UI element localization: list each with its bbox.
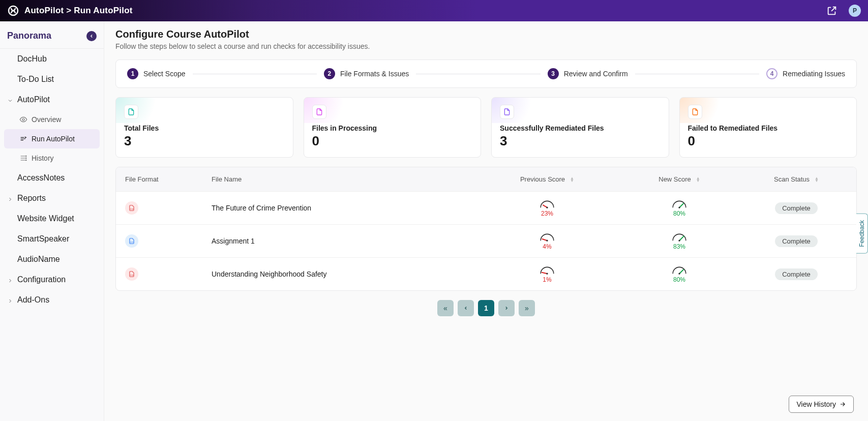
sidebar-item-addons[interactable]: Add-Ons [0, 290, 104, 310]
step-connector [635, 74, 759, 74]
file-icon [312, 105, 326, 119]
step-connector [416, 74, 540, 74]
col-new-score[interactable]: New Score▲▼ [613, 175, 745, 183]
gauge-new: 83% [671, 232, 687, 250]
status-badge: Complete [775, 235, 818, 247]
sidebar-item-website-widget[interactable]: Website Widget [0, 208, 104, 229]
page-next-button[interactable] [498, 300, 515, 316]
sidebar-item-label: AutoPilot [17, 95, 50, 104]
sidebar-item-label: History [32, 154, 54, 162]
history-icon [19, 154, 27, 162]
step-number: 2 [324, 68, 335, 79]
col-previous-score[interactable]: Previous Score▲▼ [481, 175, 613, 183]
svg-point-12 [546, 273, 548, 275]
sidebar-item-overview[interactable]: Overview [0, 110, 104, 129]
chevron-right-icon [7, 297, 13, 303]
feedback-tab[interactable]: Feedback [856, 214, 868, 254]
arrow-right-icon [839, 401, 846, 408]
chevron-down-icon [7, 97, 13, 103]
col-file-format[interactable]: File Format [125, 175, 212, 183]
step-number: 3 [548, 68, 559, 79]
eye-icon [19, 115, 27, 124]
sort-icon: ▲▼ [696, 177, 700, 182]
sidebar-item-dochub[interactable]: DocHub [0, 49, 104, 69]
step-label: Remediating Issues [783, 70, 845, 78]
step-1[interactable]: 1 Select Scope [127, 68, 186, 79]
chevron-right-icon [7, 195, 13, 201]
col-scan-status[interactable]: Scan Status▲▼ [745, 175, 847, 183]
sidebar-item-configuration[interactable]: Configuration [0, 269, 104, 290]
stat-label: Successfully Remediated Files [500, 124, 661, 132]
stat-value: 0 [312, 133, 473, 149]
svg-point-1 [22, 118, 24, 121]
cell-file-name: Understanding Neighborhood Safety [212, 270, 481, 278]
page-prev-button[interactable] [458, 300, 474, 316]
step-4[interactable]: 4 Remediating Issues [766, 68, 845, 79]
page-last-button[interactable]: » [519, 300, 535, 316]
svg-point-7 [678, 207, 680, 208]
run-icon [19, 135, 27, 143]
sidebar-item-label: To-Do List [17, 75, 54, 84]
stepper: 1 Select Scope 2 File Formats & Issues 3… [115, 59, 857, 88]
gauge-new: 80% [671, 199, 687, 217]
svg-point-9 [546, 240, 548, 242]
sidebar-item-autopilot[interactable]: AutoPilot [0, 89, 104, 110]
table-row[interactable]: PDF Understanding Neighborhood Safety 1%… [116, 258, 856, 290]
gauge-previous: 23% [539, 199, 555, 217]
svg-point-4 [26, 160, 26, 160]
sidebar-item-label: Run AutoPilot [32, 135, 75, 143]
stat-value: 3 [124, 133, 285, 149]
step-connector [193, 74, 317, 74]
gauge-previous: 1% [539, 265, 555, 283]
stat-card-total-files: Total Files 3 [115, 97, 293, 158]
top-bar: AutoPilot > Run AutoPilot P [0, 0, 868, 21]
stat-value: 3 [500, 133, 661, 149]
sidebar-item-label: AccessNotes [17, 173, 65, 183]
product-title: Panorama [7, 31, 51, 41]
page-title: Configure Course AutoPilot [115, 28, 857, 40]
external-link-icon[interactable] [826, 5, 837, 16]
sidebar-item-label: Reports [17, 194, 46, 203]
page-number-button[interactable]: 1 [478, 300, 494, 316]
sidebar-item-run-autopilot[interactable]: Run AutoPilot [4, 129, 100, 148]
cell-file-name: The Future of Crime Prevention [212, 204, 481, 212]
stat-card-failed: Failed to Remediated Files 0 [679, 97, 857, 158]
col-file-name[interactable]: File Name [212, 175, 481, 183]
table-row[interactable]: DOC Assignment 1 4% 83% Complete [116, 225, 856, 258]
step-label: Select Scope [143, 70, 186, 78]
file-icon [124, 105, 138, 119]
status-badge: Complete [775, 268, 818, 280]
stat-label: Failed to Remediated Files [688, 124, 849, 132]
sidebar-item-todolist[interactable]: To-Do List [0, 69, 104, 89]
svg-text:PDF: PDF [130, 208, 134, 211]
sort-icon: ▲▼ [815, 177, 819, 182]
svg-point-2 [26, 156, 26, 156]
sidebar-item-smartspeaker[interactable]: SmartSpeaker [0, 229, 104, 249]
table-header: File Format File Name Previous Score▲▼ N… [116, 167, 856, 192]
step-3[interactable]: 3 Review and Confirm [548, 68, 628, 79]
gauge-new: 80% [671, 265, 687, 283]
svg-point-3 [26, 158, 26, 158]
cell-file-name: Assignment 1 [212, 237, 481, 245]
gauge-previous: 4% [539, 232, 555, 250]
svg-point-10 [678, 240, 680, 242]
sidebar-item-reports[interactable]: Reports [0, 188, 104, 208]
sidebar-item-accessnotes[interactable]: AccessNotes [0, 168, 104, 188]
view-history-button[interactable]: View History [789, 396, 854, 413]
chevron-right-icon [7, 277, 13, 283]
sidebar-item-label: DocHub [17, 54, 47, 64]
sidebar-item-audioname[interactable]: AudioName [0, 249, 104, 269]
sidebar-header: Panorama [0, 27, 104, 49]
sidebar-item-history[interactable]: History [0, 148, 104, 168]
doc-icon: DOC [125, 234, 138, 248]
step-number: 1 [127, 68, 138, 79]
sidebar-item-label: SmartSpeaker [17, 234, 69, 244]
stat-label: Files in Processing [312, 124, 473, 132]
step-label: Review and Confirm [564, 70, 628, 78]
step-2[interactable]: 2 File Formats & Issues [324, 68, 409, 79]
collapse-sidebar-icon[interactable] [86, 31, 97, 41]
page-first-button[interactable]: « [437, 300, 454, 316]
pdf-icon: PDF [125, 201, 138, 215]
avatar[interactable]: P [849, 5, 861, 17]
table-row[interactable]: PDF The Future of Crime Prevention 23% 8… [116, 192, 856, 225]
